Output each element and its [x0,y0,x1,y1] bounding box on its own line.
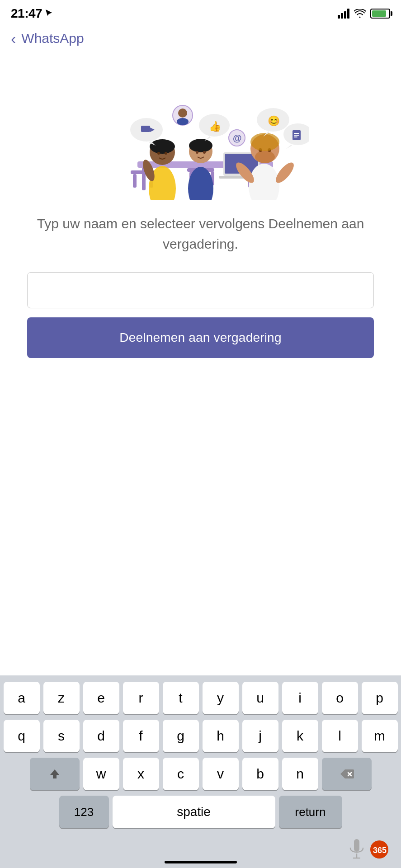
svg-text:@: @ [233,133,242,143]
key-f[interactable]: f [123,720,159,752]
keyboard-row-3: w x c v b n [3,758,398,790]
signal-icon [338,9,349,19]
keyboard-row-4: 123 spatie return [3,796,398,828]
space-key[interactable]: spatie [113,796,275,828]
home-indicator [165,861,237,863]
svg-rect-60 [294,135,299,136]
key-d[interactable]: d [83,720,119,752]
key-n[interactable]: n [282,758,318,790]
nav-bar: ‹ WhatsApp [0,24,401,55]
status-time: 21:47 [11,6,42,21]
key-c[interactable]: c [163,758,199,790]
svg-point-29 [196,151,198,154]
office365-logo: 365 [369,840,389,859]
illustration-area: 👍 😊 @ [0,55,401,213]
key-u[interactable]: u [242,682,278,714]
svg-point-28 [189,139,212,152]
keyboard-bottom: 365 [3,834,398,868]
numbers-key[interactable]: 123 [59,796,109,828]
keyboard-row-1: a z e r t y u i o p [3,682,398,714]
location-arrow-icon [45,9,53,19]
svg-point-44 [273,160,297,185]
key-b[interactable]: b [242,758,278,790]
key-s[interactable]: s [43,720,80,752]
key-t[interactable]: t [163,682,199,714]
whatsapp-back-label: WhatsApp [21,31,84,46]
shift-key[interactable] [30,758,80,790]
key-i[interactable]: i [282,682,318,714]
svg-point-20 [165,152,167,155]
key-m[interactable]: m [362,720,398,752]
svg-point-30 [203,151,206,154]
content-area: Typ uw naam en selecteer vervolgens Deel… [0,213,401,372]
join-meeting-button[interactable]: Deelnemen aan vergadering [27,317,374,358]
key-k[interactable]: k [282,720,318,752]
svg-point-64 [177,118,189,125]
svg-rect-61 [294,137,297,137]
key-o[interactable]: o [322,682,358,714]
key-w[interactable]: w [83,758,119,790]
meeting-illustration: 👍 😊 @ [92,64,309,200]
key-z[interactable]: z [43,682,80,714]
svg-point-45 [250,133,279,151]
svg-text:👍: 👍 [209,120,222,132]
status-icons [338,9,390,19]
svg-point-18 [150,139,175,154]
key-h[interactable]: h [203,720,239,752]
svg-rect-67 [354,839,359,852]
description-text: Typ uw naam en selecteer vervolgens Deel… [27,213,374,254]
key-r[interactable]: r [123,682,159,714]
status-bar: 21:47 [0,0,401,24]
key-l[interactable]: l [322,720,358,752]
key-q[interactable]: q [4,720,40,752]
svg-text:365: 365 [373,846,387,855]
key-p[interactable]: p [362,682,398,714]
name-input[interactable] [27,272,374,308]
svg-point-63 [178,108,187,118]
battery-icon [370,9,390,19]
svg-point-40 [255,151,275,163]
svg-point-19 [157,152,160,155]
keyboard: a z e r t y u i o p q s d f g h j k l m … [0,675,401,868]
wifi-icon [354,9,366,18]
back-button[interactable]: ‹ [11,29,19,48]
key-x[interactable]: x [123,758,159,790]
delete-key[interactable] [322,758,372,790]
key-e[interactable]: e [83,682,119,714]
microphone-icon [348,838,366,861]
key-g[interactable]: g [163,720,199,752]
svg-rect-4 [133,174,137,188]
svg-marker-57 [286,145,292,149]
svg-text:😊: 😊 [268,115,280,127]
key-v[interactable]: v [203,758,239,790]
svg-rect-59 [294,133,299,134]
key-a[interactable]: a [4,682,40,714]
keyboard-row-2: q s d f g h j k l m [3,720,398,752]
return-key[interactable]: return [279,796,342,828]
key-j[interactable]: j [242,720,278,752]
svg-rect-48 [141,126,150,132]
key-y[interactable]: y [203,682,239,714]
